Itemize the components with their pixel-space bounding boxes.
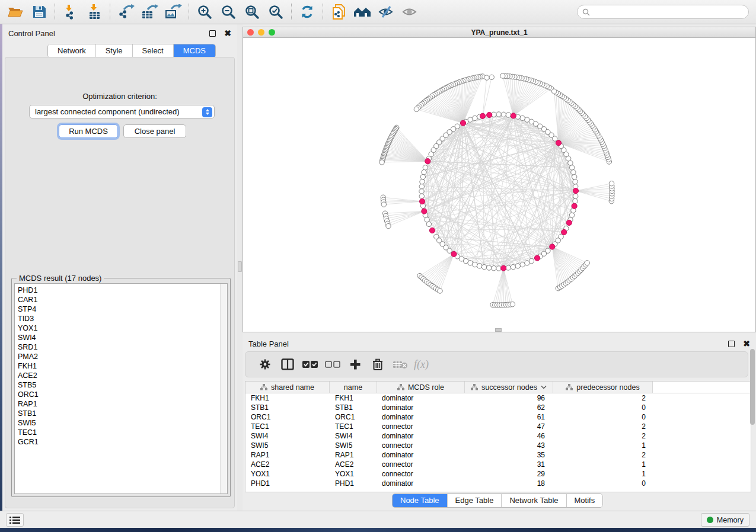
vertical-splitter[interactable] — [237, 24, 243, 511]
network-node[interactable] — [492, 266, 496, 271]
network-node[interactable] — [473, 262, 477, 267]
network-node[interactable] — [520, 116, 525, 120]
float-table-panel-icon[interactable] — [728, 341, 735, 347]
zoom-out-button[interactable] — [216, 2, 240, 22]
mcds-result-item[interactable]: RAP1 — [15, 399, 227, 409]
network-node[interactable] — [569, 165, 574, 170]
network-node[interactable] — [529, 258, 534, 263]
network-node[interactable] — [573, 194, 578, 198]
tab-edge-table[interactable]: Edge Table — [448, 494, 502, 507]
network-node-selected[interactable] — [550, 244, 555, 249]
tab-motifs[interactable]: Motifs — [567, 494, 603, 507]
new-network-from-selection-button[interactable] — [327, 2, 350, 22]
network-node[interactable] — [506, 113, 511, 117]
search-input[interactable] — [590, 7, 748, 17]
network-table-splitter-grip[interactable] — [495, 328, 502, 332]
network-node[interactable] — [496, 112, 501, 117]
add-column-button[interactable] — [344, 355, 366, 373]
column-header-successor-nodes[interactable]: successor nodes — [465, 382, 553, 393]
column-header-name[interactable]: name — [330, 382, 377, 393]
network-node[interactable] — [585, 261, 589, 265]
mcds-list-scrollbar[interactable] — [220, 284, 227, 493]
table-row[interactable]: PHD1PHD1dominator180 — [245, 479, 751, 488]
network-node-selected[interactable] — [429, 227, 435, 233]
table-row[interactable]: SWI4SWI4dominator462 — [245, 431, 751, 441]
splitter-grip[interactable] — [238, 261, 242, 272]
network-node-selected[interactable] — [420, 198, 425, 204]
network-node[interactable] — [546, 248, 550, 253]
zoom-in-button[interactable] — [193, 2, 216, 22]
memory-button[interactable]: Memory — [701, 513, 749, 527]
mcds-result-item[interactable]: STP4 — [15, 305, 227, 314]
network-node-selected[interactable] — [480, 113, 485, 118]
network-node[interactable] — [447, 248, 452, 253]
mcds-result-item[interactable]: TEC1 — [15, 428, 227, 437]
open-session-button[interactable] — [4, 2, 27, 22]
network-node[interactable] — [520, 262, 525, 267]
column-header-shared-name[interactable]: shared name — [245, 382, 330, 393]
network-node-selected[interactable] — [511, 113, 516, 118]
refresh-view-button[interactable] — [295, 2, 319, 22]
network-node[interactable] — [496, 266, 501, 271]
close-panel-icon[interactable]: ✖ — [224, 30, 231, 37]
network-node[interactable] — [551, 89, 556, 94]
close-panel-button[interactable]: Close panel — [123, 124, 186, 138]
network-canvas[interactable] — [243, 38, 755, 332]
export-image-button[interactable] — [161, 2, 185, 22]
import-table-button[interactable] — [82, 2, 106, 22]
import-network-button[interactable] — [59, 2, 82, 22]
network-node[interactable] — [489, 75, 494, 79]
network-node-selected[interactable] — [572, 203, 577, 209]
network-node[interactable] — [572, 174, 577, 179]
network-node[interactable] — [423, 165, 428, 170]
table-row[interactable]: TEC1TEC1connector472 — [245, 422, 751, 431]
tab-node-table[interactable]: Node Table — [393, 494, 448, 507]
network-node[interactable] — [414, 107, 419, 111]
network-node[interactable] — [419, 194, 424, 198]
network-node[interactable] — [438, 289, 442, 293]
tab-mcds[interactable]: MCDS — [174, 44, 215, 57]
delete-column-button[interactable] — [366, 355, 389, 373]
run-mcds-button[interactable]: Run MCDS — [59, 124, 118, 138]
export-table-button[interactable] — [138, 2, 161, 22]
network-node[interactable] — [511, 265, 515, 270]
network-node[interactable] — [386, 223, 391, 228]
network-node[interactable] — [515, 264, 520, 268]
hide-selection-button[interactable] — [374, 2, 398, 22]
mcds-result-item[interactable]: SWI5 — [15, 418, 227, 428]
network-node[interactable] — [487, 265, 492, 270]
mcds-result-item[interactable]: ACE2 — [15, 371, 227, 380]
network-node[interactable] — [419, 189, 424, 194]
table-row[interactable]: RAP1RAP1dominator352 — [245, 450, 751, 460]
mcds-result-item[interactable]: FKH1 — [15, 361, 227, 371]
network-node[interactable] — [571, 170, 576, 175]
network-node-selected[interactable] — [566, 220, 572, 225]
mcds-result-item[interactable]: TID3 — [15, 314, 227, 323]
settings-button[interactable] — [254, 355, 276, 373]
tab-select[interactable]: Select — [133, 44, 174, 57]
network-node[interactable] — [609, 181, 614, 186]
mcds-result-item[interactable]: PMA2 — [15, 352, 227, 361]
show-hidden-button[interactable] — [398, 2, 422, 22]
select-all-button[interactable] — [299, 355, 321, 373]
network-node-selected[interactable] — [451, 251, 457, 257]
network-node-selected[interactable] — [425, 159, 430, 164]
network-node-selected[interactable] — [562, 229, 567, 235]
network-node-selected[interactable] — [573, 188, 578, 194]
mcds-result-item[interactable]: YOX1 — [15, 323, 227, 333]
network-node[interactable] — [379, 160, 384, 165]
network-node[interactable] — [477, 264, 482, 268]
network-node[interactable] — [473, 116, 477, 120]
network-node[interactable] — [569, 213, 574, 217]
mcds-result-item[interactable]: STB5 — [15, 380, 227, 390]
table-row[interactable]: STB1STB1dominator620 — [245, 403, 751, 412]
table-scrollbar-thumb[interactable] — [750, 349, 755, 425]
unselect-all-button[interactable] — [321, 355, 344, 373]
criterion-select[interactable]: largest connected component (undirected) — [29, 105, 215, 118]
network-node-selected[interactable] — [556, 140, 561, 146]
network-node[interactable] — [426, 222, 431, 226]
table-row[interactable]: SWI5SWI5connector431 — [245, 441, 751, 450]
close-table-panel-icon[interactable]: ✖ — [743, 341, 750, 347]
network-node[interactable] — [481, 265, 486, 270]
network-node[interactable] — [573, 180, 578, 184]
